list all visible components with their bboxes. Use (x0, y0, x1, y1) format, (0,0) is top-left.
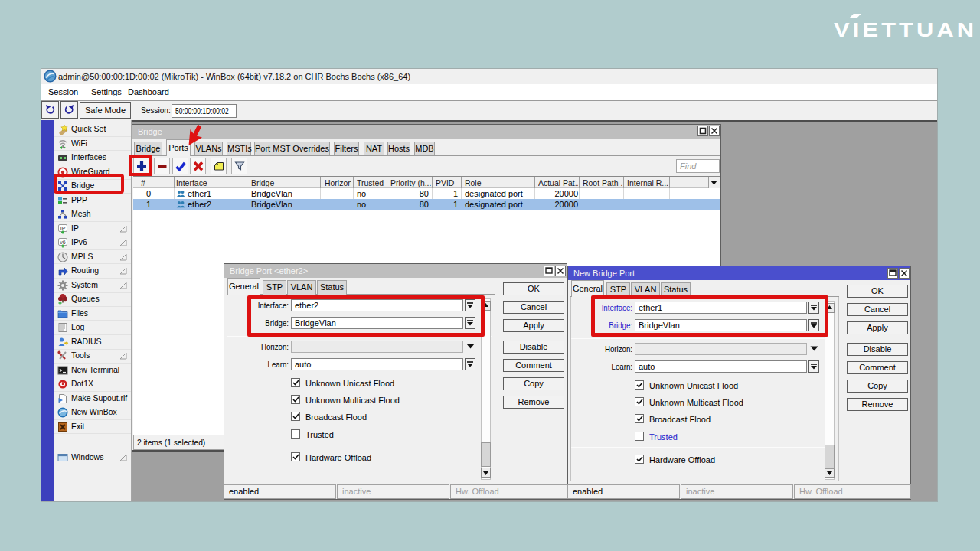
svg-text:IP: IP (60, 226, 66, 231)
svg-text:v6: v6 (60, 240, 66, 245)
